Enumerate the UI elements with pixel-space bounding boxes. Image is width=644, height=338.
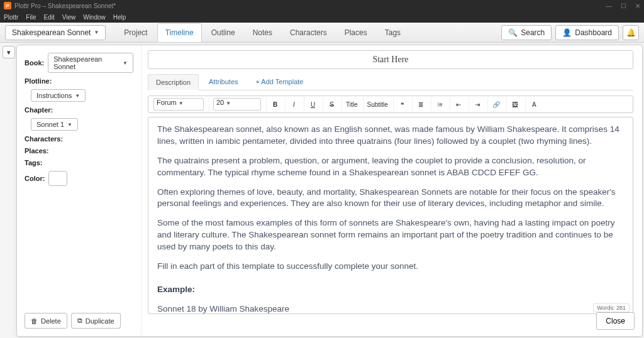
menubar: Plottr File Edit View Window Help — [0, 11, 644, 23]
numbered-list-button[interactable]: ⁝≡ — [431, 97, 448, 111]
sub-tab-description[interactable]: Description — [148, 74, 199, 90]
chapter-select-value: Sonnet 1 — [36, 121, 64, 128]
delete-button[interactable]: 🗑 Delete — [25, 313, 67, 329]
close-window-button[interactable]: ✕ — [635, 3, 640, 9]
tab-outline[interactable]: Outline — [203, 23, 243, 42]
dashboard-button[interactable]: 👤 Dashboard — [555, 25, 619, 40]
paragraph: Some of the most famous examples of this… — [157, 217, 624, 253]
content-area: ▾ Book: Shakespearean Sonnet ▼ Plotline:… — [0, 43, 644, 338]
search-button[interactable]: 🔍 Search — [501, 25, 552, 40]
window-title: Plottr Pro – Shakespearean Sonnet* — [14, 3, 116, 9]
search-label: Search — [521, 28, 545, 37]
rich-text-editor[interactable]: The Shakespearean sonnet, also known as … — [148, 117, 633, 314]
paragraph: The Shakespearean sonnet, also known as … — [157, 124, 624, 148]
user-icon: 👤 — [562, 28, 572, 37]
card-sidebar: Book: Shakespearean Sonnet ▼ Plotline: I… — [17, 45, 142, 336]
font-size-select[interactable]: 20 ▼ — [213, 98, 261, 111]
title-style-button[interactable]: Title — [341, 97, 362, 111]
titlebar: P Plottr Pro – Shakespearean Sonnet* — ☐… — [0, 0, 644, 11]
editor-toolbar: Forum ▼ 20 ▼ B I U S Title Subtitle ❝ ≣ … — [148, 95, 633, 113]
bold-button[interactable]: B — [266, 97, 284, 111]
plotline-select-value: Instructions — [36, 92, 72, 99]
paragraph: The quatrains present a problem, questio… — [157, 155, 624, 179]
maximize-button[interactable]: ☐ — [621, 3, 626, 9]
italic-button[interactable]: I — [285, 97, 303, 111]
tab-project[interactable]: Project — [116, 23, 155, 42]
bell-icon: 🔔 — [626, 28, 636, 37]
plotline-label: Plotline: — [25, 77, 133, 85]
image-button[interactable]: 🖼 — [506, 97, 524, 111]
chapter-label: Chapter: — [25, 106, 133, 114]
menu-file[interactable]: File — [26, 14, 36, 21]
tab-notes[interactable]: Notes — [245, 23, 280, 42]
book-dropdown[interactable]: Shakespearean Sonnet ▼ — [5, 25, 106, 40]
sub-tab-attributes[interactable]: Attributes — [201, 74, 245, 90]
color-picker[interactable] — [48, 171, 67, 186]
card-sub-tabs: Description Attributes + Add Template — [148, 74, 633, 90]
minimize-button[interactable]: — — [606, 3, 612, 9]
indent-button[interactable]: ⇥ — [469, 97, 486, 111]
sub-tab-add-template[interactable]: + Add Template — [248, 74, 311, 90]
filter-button[interactable]: ▾ — [3, 46, 15, 58]
tab-characters[interactable]: Characters — [282, 23, 335, 42]
search-icon: 🔍 — [508, 28, 518, 37]
tags-label: Tags: — [25, 159, 133, 166]
caret-down-icon: ▼ — [67, 122, 72, 128]
menu-help[interactable]: Help — [113, 14, 126, 21]
caret-down-icon: ▼ — [94, 30, 99, 35]
outdent-button[interactable]: ⇤ — [450, 97, 467, 111]
section-tabs: Project Timeline Outline Notes Character… — [116, 23, 409, 42]
plotline-select[interactable]: Instructions ▼ — [31, 89, 86, 102]
notifications-button[interactable]: 🔔 — [623, 25, 639, 40]
subtitle-style-button[interactable]: Subtitle — [363, 97, 392, 111]
word-count: Words: 281 — [593, 303, 630, 312]
text-color-button[interactable]: A — [525, 97, 543, 111]
bullet-list-button[interactable]: ≣ — [412, 97, 430, 111]
paragraph: Often exploring themes of love, beauty, … — [157, 187, 624, 210]
menu-view[interactable]: View — [62, 14, 76, 21]
card-modal: Book: Shakespearean Sonnet ▼ Plotline: I… — [16, 45, 643, 337]
app-icon: P — [4, 2, 11, 9]
trash-icon: 🗑 — [31, 317, 38, 325]
strike-button[interactable]: S — [323, 97, 340, 111]
dashboard-label: Dashboard — [575, 28, 612, 37]
menu-edit[interactable]: Edit — [43, 14, 54, 21]
characters-label: Characters: — [25, 135, 133, 143]
example-title: Sonnet 18 by William Shakespeare — [157, 303, 624, 314]
book-select-value: Shakespearean Sonnet — [53, 55, 119, 70]
card-title-input[interactable]: Start Here — [148, 50, 633, 69]
tab-timeline[interactable]: Timeline — [157, 23, 202, 42]
duplicate-icon: ⧉ — [77, 317, 82, 325]
card-main: Start Here Description Attributes + Add … — [142, 45, 642, 336]
close-button[interactable]: Close — [596, 312, 635, 330]
duplicate-button[interactable]: ⧉ Duplicate — [71, 313, 121, 329]
caret-down-icon: ▼ — [75, 93, 80, 99]
tab-places[interactable]: Places — [336, 23, 375, 42]
color-label: Color: — [25, 175, 45, 182]
link-button[interactable]: 🔗 — [487, 97, 505, 111]
places-label: Places: — [25, 147, 133, 155]
book-label: Book: — [25, 59, 44, 67]
book-select[interactable]: Shakespearean Sonnet ▼ — [48, 53, 133, 73]
tab-tags[interactable]: Tags — [377, 23, 409, 42]
font-select[interactable]: Forum ▼ — [153, 98, 204, 111]
book-dropdown-label: Shakespearean Sonnet — [12, 28, 91, 37]
paragraph: Fill in each part of this template to su… — [157, 261, 624, 273]
blockquote-button[interactable]: ❝ — [393, 97, 411, 111]
duplicate-label: Duplicate — [86, 317, 114, 325]
main-toolbar: Shakespearean Sonnet ▼ Project Timeline … — [0, 23, 644, 43]
delete-label: Delete — [41, 317, 61, 325]
chapter-select[interactable]: Sonnet 1 ▼ — [31, 118, 78, 131]
menu-plottr[interactable]: Plottr — [4, 14, 18, 21]
filter-icon-glyph: ▾ — [7, 48, 11, 57]
caret-down-icon: ▼ — [123, 60, 128, 66]
menu-window[interactable]: Window — [83, 14, 106, 21]
example-heading: Example: — [157, 284, 624, 296]
underline-button[interactable]: U — [304, 97, 321, 111]
